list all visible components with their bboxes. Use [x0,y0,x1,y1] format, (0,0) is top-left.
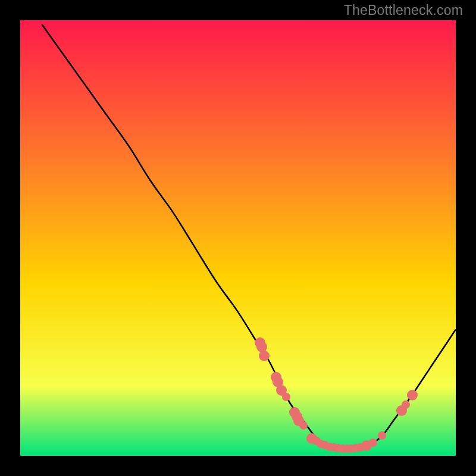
chart-plot-area [20,20,456,456]
gradient-background [20,20,456,456]
data-point-marker [402,400,410,409]
attribution-text: TheBottleneck.com [344,2,463,18]
data-point-marker [407,390,418,400]
data-point-marker [259,350,270,361]
data-point-marker [369,439,377,447]
bottleneck-curve [20,20,456,456]
data-point-marker [282,393,290,401]
data-point-marker [299,421,308,430]
data-point-marker [378,431,386,440]
